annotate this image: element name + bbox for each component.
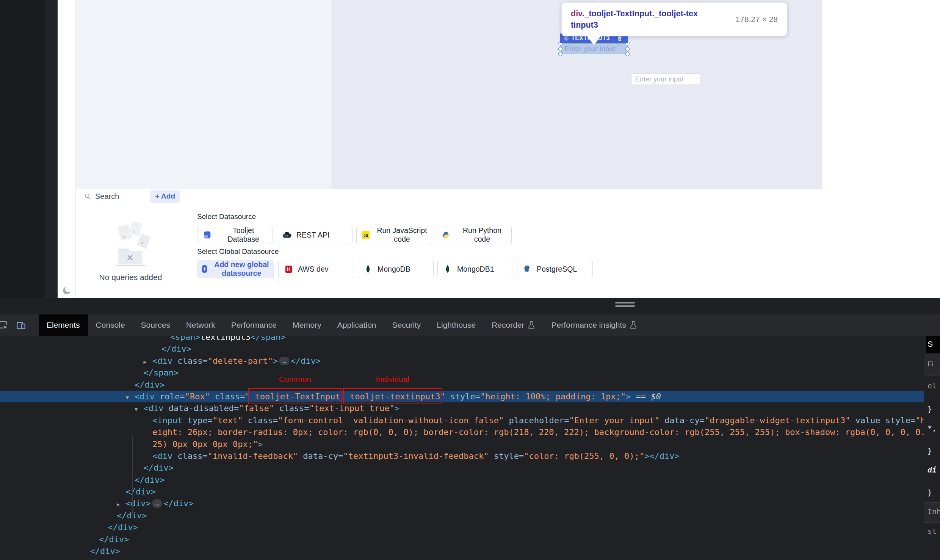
code-token: style=: [489, 451, 524, 461]
datasource-postgresql[interactable]: PostgreSQL: [517, 260, 593, 278]
tab-console[interactable]: Console: [88, 314, 133, 336]
datasource-run-javascript-code[interactable]: JSRun JavaScript code: [356, 226, 432, 244]
code-token: </span>: [144, 368, 179, 377]
resize-handle-e[interactable]: [625, 47, 630, 51]
drag-handle: [615, 302, 635, 303]
code-token: "color: rgb(255, 0, 0);": [524, 451, 644, 461]
collapse-arrow-icon[interactable]: ▼: [135, 404, 144, 415]
collapsed-content-ellipsis[interactable]: …: [279, 357, 289, 365]
devtools-resize-divider[interactable]: [0, 298, 940, 315]
code-line[interactable]: </span>: [0, 367, 924, 379]
screen: TEXTINPUT3 Enter your input Enter your i…: [0, 0, 940, 560]
code-line[interactable]: 25) 0px 0px 0px 0px;">: [0, 438, 924, 450]
resize-handle-w[interactable]: [558, 47, 562, 51]
code-token: class=: [274, 404, 309, 413]
drag-handle: [615, 305, 635, 307]
code-line[interactable]: </div>: [0, 474, 924, 486]
code-line[interactable]: </div>: [0, 462, 924, 474]
code-token: "Box": [185, 392, 210, 401]
code-line[interactable]: ▼<div data-disabled="false" class="text-…: [0, 402, 924, 414]
styles-sidebar-text: st: [927, 527, 937, 536]
collapsed-content-ellipsis[interactable]: …: [152, 499, 162, 508]
tab-network[interactable]: Network: [178, 314, 223, 336]
code-token: <input: [152, 416, 182, 425]
code-token: == $0: [631, 392, 661, 401]
code-line[interactable]: </div>: [0, 545, 924, 557]
tab-performance-insights[interactable]: Performance insights: [543, 314, 645, 336]
code-token: </div>: [291, 356, 321, 366]
code-line[interactable]: eight: 26px; border-radius: 0px; color: …: [0, 426, 924, 438]
tooljet-database-icon: [203, 231, 212, 239]
code-line[interactable]: </div>: [0, 557, 924, 560]
tab-label: Console: [96, 321, 125, 330]
tab-application[interactable]: Application: [329, 314, 384, 336]
code-line[interactable]: </div>: [0, 510, 924, 521]
inspect-element-icon[interactable]: [0, 319, 9, 332]
code-line[interactable]: ▶<div class="delete-part">…</div>: [0, 355, 924, 367]
code-token: </div>: [161, 344, 191, 354]
code-token: </div>: [90, 546, 120, 556]
resize-handle-se[interactable]: [625, 52, 630, 56]
code-line[interactable]: <div class="invalid-feedback" data-cy="t…: [0, 450, 924, 462]
tab-lighthouse[interactable]: Lighthouse: [429, 314, 484, 336]
expand-arrow-icon[interactable]: ▶: [117, 499, 126, 510]
code-token: "delete-part": [208, 356, 273, 366]
add-query-button[interactable]: + Add: [150, 190, 180, 203]
datasource-label: Run Python code: [455, 226, 509, 244]
datasource-tooljet-database[interactable]: Tooljet Database: [197, 226, 273, 244]
code-line[interactable]: <span>textinput3</span>: [0, 336, 924, 343]
tab-performance[interactable]: Performance: [223, 314, 285, 336]
code-token: "height: 100%; padding: 1px;": [480, 392, 626, 401]
datasource-aws-dev[interactable]: AWS dev: [278, 260, 354, 278]
tab-security[interactable]: Security: [384, 314, 429, 336]
code-line[interactable]: </div>: [0, 343, 924, 355]
resize-handle-sw[interactable]: [558, 52, 562, 56]
datasource-run-python-code[interactable]: Run Python code: [436, 226, 512, 244]
datasource-label: PostgreSQL: [537, 265, 577, 274]
svg-text:REST: REST: [284, 235, 290, 237]
expand-arrow-icon[interactable]: ▶: [144, 356, 153, 368]
tab-sources[interactable]: Sources: [133, 314, 178, 336]
code-line[interactable]: </div>: [0, 533, 924, 545]
python-icon: [442, 231, 450, 239]
tab-label: Elements: [47, 321, 80, 330]
tab-label: Recorder: [492, 321, 524, 330]
tab-label: Application: [337, 321, 376, 330]
tab-recorder[interactable]: Recorder: [484, 314, 543, 336]
datasource-mongodb1[interactable]: MongoDB1: [437, 260, 513, 278]
tab-memory[interactable]: Memory: [285, 314, 329, 336]
code-line[interactable]: ▶<div>…</div>: [0, 497, 924, 509]
code-token: type=: [182, 416, 212, 425]
mongodb-icon: [363, 265, 373, 273]
code-line[interactable]: </div>: [0, 521, 924, 533]
textinput-widget[interactable]: Enter your input: [631, 74, 700, 85]
dark-mode-toggle[interactable]: [61, 285, 72, 296]
add-global-datasource-button[interactable]: +Add new global datasource: [197, 260, 274, 278]
tooltip-selector: div._tooljet-TextInput._tooljet-tex tinp…: [571, 8, 730, 31]
search-icon: [84, 193, 91, 200]
code-line[interactable]: </div>: [0, 379, 924, 391]
postgresql-icon: [523, 265, 532, 273]
code-token: "Enter your input": [569, 416, 659, 425]
datasource-rest-api[interactable]: RESTREST API: [277, 226, 352, 244]
tab-label: Security: [392, 321, 421, 330]
annotation-label-common: Common: [279, 373, 311, 385]
tab-elements[interactable]: Elements: [39, 314, 88, 336]
styles-sidebar-text: Inh: [927, 507, 940, 516]
code-line-selected[interactable]: ▼<div role="Box" class="Common_tooljet-T…: [0, 391, 924, 402]
styles-sidebar-text: el: [927, 381, 937, 390]
annotated-class-individual: Individual_tooljet-textinput3: [343, 388, 442, 404]
mongodb-icon: [443, 265, 452, 273]
query-panel: Search + Add No queries added: [76, 189, 940, 298]
device-toolbar-icon[interactable]: [16, 320, 26, 332]
code-line[interactable]: </div>: [0, 486, 924, 497]
datasource-mongodb[interactable]: MongoDB: [358, 260, 434, 278]
tab-label: Performance insights: [551, 321, 626, 330]
collapse-arrow-icon[interactable]: ▼: [126, 392, 135, 404]
query-search-input[interactable]: Search: [84, 192, 150, 201]
tab-label: Memory: [293, 321, 321, 330]
code-line[interactable]: <input type="text" class="form-control v…: [0, 415, 924, 426]
code-token: class=: [243, 416, 278, 425]
styles-sidebar-text: S: [927, 339, 933, 349]
tab-label: Lighthouse: [437, 321, 476, 330]
